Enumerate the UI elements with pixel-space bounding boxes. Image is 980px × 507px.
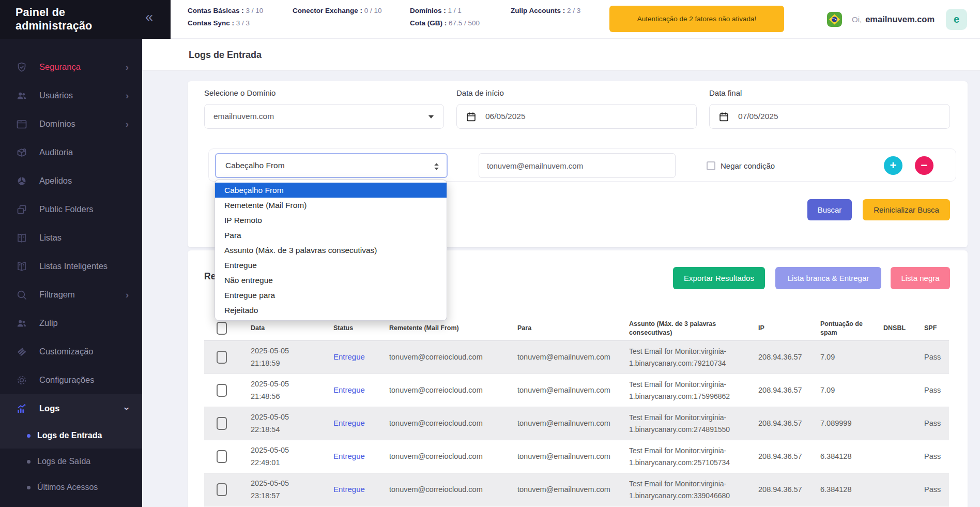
domain-field-group: Selecione o Domínio emailnuvem.com [204,88,444,129]
row-checkbox[interactable] [217,384,227,397]
cell-spam-score: 7.09 [820,384,883,396]
calendar-icon [718,111,729,122]
row-checkbox[interactable] [217,483,227,496]
row-checkbox[interactable] [217,417,227,430]
cell-to: tonuvem@emailnuvem.com [517,451,629,463]
cell-ip: 208.94.36.57 [758,384,820,396]
status-link[interactable]: Entregue [333,452,365,460]
brazil-flag-icon[interactable] [827,12,842,27]
negate-condition-checkbox[interactable]: Negar condição [707,149,775,182]
date-start-label: Data de início [456,88,697,97]
user-avatar[interactable]: e [946,9,967,30]
remove-condition-button[interactable]: − [915,156,933,175]
sidebar-item-usuarios[interactable]: Usuários› [0,81,142,110]
calendar-icon [466,111,477,122]
cell-subject: Test Email for Monitor:virginia-1.binary… [629,346,758,369]
sidebar-collapse-icon[interactable]: « [145,10,153,24]
col-header-assunto: Assunto (Máx. de 3 palavras consecutivas… [629,320,758,337]
table-row[interactable]: 2025-05-0523:18:57 Entregue tonuvem@corr… [204,473,949,506]
dropdown-option[interactable]: Entregue para [215,288,447,303]
sidebar-item-dominios[interactable]: Domínios› [0,110,142,138]
sidebar-subitem-logs-de-entrada[interactable]: Logs de Entrada [0,423,142,449]
domain-select[interactable]: emailnuvem.com [204,104,444,129]
stats-column: Contas Básicas : 3 / 10 Contas Sync : 3 … [188,7,263,27]
dropdown-option[interactable]: Não entregue [215,273,447,288]
sidebar-item-filtragem[interactable]: Filtragem› [0,280,142,309]
status-link[interactable]: Entregue [333,419,365,427]
sidebar-item-public-folders[interactable]: Public Folders [0,195,142,223]
two-factor-warning-badge[interactable]: Autenticação de 2 fatores não ativada! [609,6,784,32]
page-title: Logs de Entrada [142,39,980,71]
row-checkbox[interactable] [217,351,227,364]
sidebar-item-listas[interactable]: Listas [0,223,142,252]
whitelist-deliver-button[interactable]: Lista branca & Entregar [775,267,881,289]
wheel-icon [16,175,28,187]
condition-field-select[interactable]: Cabeçalho From [215,153,448,178]
export-results-button[interactable]: Exportar Resultados [673,267,765,289]
col-header-ip: IP [758,324,820,333]
reset-search-button[interactable]: Reinicializar Busca [863,199,950,220]
cell-to: tonuvem@emailnuvem.com [517,384,629,396]
cell-from: tonuvem@correiocloud.com [389,484,517,496]
sidebar-item-seguranca[interactable]: Segurança› [0,53,142,81]
stats-column: Conector Exchange : 0 / 10 [293,7,382,14]
row-checkbox[interactable] [217,450,227,463]
sidebar-item-auditoria[interactable]: Auditoria [0,138,142,167]
status-link[interactable]: Entregue [333,485,365,494]
condition-value-input[interactable] [479,153,676,178]
select-all-checkbox[interactable] [217,322,227,335]
search-button[interactable]: Buscar [807,199,852,220]
brand-header: Painel de administração « [0,0,171,39]
search-icon [16,289,28,301]
dropdown-option[interactable]: Cabeçalho From [215,183,447,198]
dropdown-option[interactable]: Assunto (Máx. de 3 palavras consecutivas… [215,243,447,258]
stat-contas-sync: Contas Sync : 3 / 3 [188,19,263,27]
cell-spam-score: 7.089999 [820,417,883,429]
folders-icon [16,203,28,216]
sidebar: Segurança› Usuários› Domínios› Auditoria… [0,39,142,507]
cell-date: 2025-05-0521:48:56 [251,378,333,402]
cell-spf: Pass [924,451,949,463]
stats-column: Domínios : 1 / 1 Cota (GB) : 67.5 / 500 [410,7,480,27]
sidebar-item-zulip[interactable]: Zulip [0,309,142,337]
stat-zulip-accounts: Zulip Accounts : 2 / 3 [511,7,580,14]
table-row[interactable]: 2025-05-0522:18:54 Entregue tonuvem@corr… [204,407,949,440]
add-condition-button[interactable]: + [884,156,902,175]
status-link[interactable]: Entregue [333,352,365,361]
updown-arrows-icon [433,162,440,173]
cell-date: 2025-05-0523:18:57 [251,478,333,501]
sidebar-subitem-ultimos-acessos[interactable]: Últimos Acessos [0,474,142,500]
date-end-input[interactable]: 07/05/2025 [709,104,950,129]
sidebar-item-customizacao[interactable]: Customização [0,337,142,366]
chevron-right-icon: › [126,289,129,301]
app-title: Painel de administração [0,0,98,33]
date-start-input[interactable]: 06/05/2025 [456,104,697,129]
sidebar-item-apelidos[interactable]: Apelidos [0,167,142,195]
table-row[interactable]: 2025-05-0521:18:59 Entregue tonuvem@corr… [204,341,949,374]
sidebar-item-logs[interactable]: Logs› [0,394,142,423]
shield-icon [16,61,28,73]
cell-ip: 208.94.36.57 [758,484,820,496]
main-content: Logs de Entrada Selecione o Domínio emai… [142,39,980,507]
page-title-bar: Logs de Entrada [142,39,980,71]
dropdown-option[interactable]: Para [215,228,447,243]
status-link[interactable]: Entregue [333,385,365,394]
sidebar-item-listas-inteligentes[interactable]: Listas Inteligentes [0,252,142,280]
blacklist-button[interactable]: Lista negra [891,267,950,289]
chevron-right-icon: › [126,62,129,73]
dropdown-option[interactable]: Rejeitado [215,303,447,318]
sidebar-item-configuracoes[interactable]: Configurações [0,366,142,394]
dropdown-option[interactable]: Remetente (Mail From) [215,198,447,213]
dropdown-option[interactable]: Entregue [215,258,447,273]
cell-date: 2025-05-0522:18:54 [251,411,333,435]
col-header-pontuacao: Pontuação de spam [820,320,883,337]
sidebar-subitem-logs-de-saida[interactable]: Logs de Saída [0,449,142,474]
table-row[interactable]: 2025-05-0522:49:01 Entregue tonuvem@corr… [204,440,949,473]
date-start-field-group: Data de início 06/05/2025 [456,88,697,129]
stat-dominios: Domínios : 1 / 1 [410,7,480,14]
cell-spf: Pass [924,351,949,363]
table-row[interactable]: 2025-05-0521:48:56 Entregue tonuvem@corr… [204,374,949,407]
layers-icon [16,346,28,358]
dropdown-option[interactable]: IP Remoto [215,213,447,228]
col-header-dnsbl: DNSBL [883,324,924,333]
